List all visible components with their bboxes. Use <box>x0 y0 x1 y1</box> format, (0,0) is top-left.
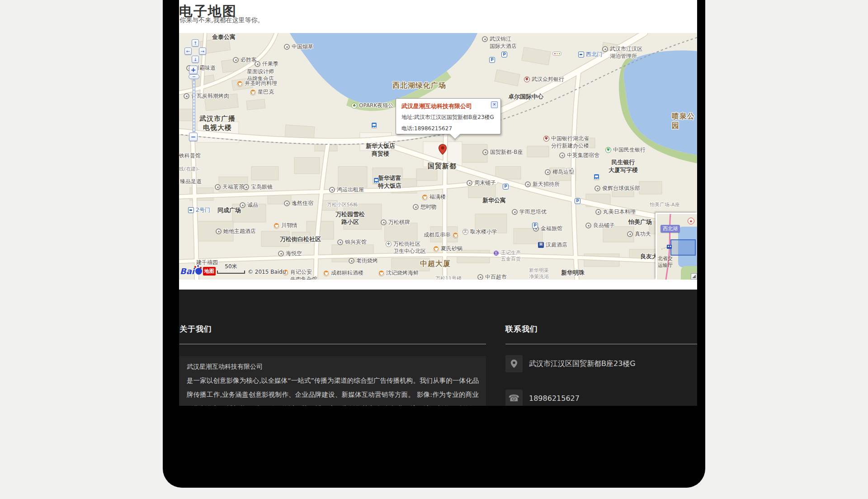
map-label: P <box>532 222 538 228</box>
parking-icon: P <box>501 52 507 57</box>
map-label: 新华公寓 <box>482 197 506 204</box>
map-label: 她他主题酒店 <box>216 228 256 235</box>
contact-phone: 18986215627 <box>529 394 580 403</box>
map-label: ¥中国银行湖北省 分行新建办公楼 <box>543 135 589 149</box>
school-icon: 文 <box>462 229 468 235</box>
dot-icon <box>216 228 222 234</box>
map-label: 宝岛眼镜 <box>243 184 273 191</box>
map-label: 新华明渠 净策洗浴 <box>529 267 549 280</box>
dot-icon <box>482 36 488 42</box>
baidu-logo-text: Bai <box>180 266 194 276</box>
dot-icon <box>602 46 608 52</box>
dot-icon <box>233 57 239 63</box>
dot-icon <box>512 209 518 215</box>
map-label: 国贸新都 <box>428 162 457 171</box>
map-label: ↓ ↑ <box>564 167 574 173</box>
map-label: 星巴克 <box>250 89 274 96</box>
baidu-map[interactable]: 金泰公寓中国烟草必胜客仟果季星面设计师 品牌集合店川霸味道井圣时尚料理星巴克青瓦… <box>179 33 697 280</box>
info-window-phone: 电话:18986215627 <box>401 125 495 133</box>
map-label: 老街烧烤 <box>349 257 378 265</box>
map-label: 中百超市 <box>477 274 507 280</box>
map-label: 成都耕耘酒楼 <box>323 270 363 277</box>
dot-icon <box>627 231 633 237</box>
scenic-spot-icon: ★ <box>688 218 694 224</box>
contact-title: 联系我们 <box>505 290 697 334</box>
page-wrapper: 电子地图 你来与不来,我都在这里等你。 <box>163 0 705 488</box>
zoom-slider-handle[interactable]: − <box>189 74 199 79</box>
dot-icon <box>284 200 290 206</box>
map-label: 逸然住宿 <box>284 200 313 207</box>
map-label: 仟果季 <box>255 61 278 68</box>
map-label: 万松11号楼 <box>435 276 462 280</box>
map-label: 臻品足道 <box>180 178 202 185</box>
food-icon <box>274 223 279 228</box>
map-label: 沈记烧烤海鲜 <box>378 270 419 277</box>
parking-icon: P <box>532 223 538 228</box>
dot-icon <box>381 219 387 225</box>
dot-icon <box>594 185 600 191</box>
about-body: 是一家以创意影像为核心,以全媒体“一站式”传播为渠道的综合型广告传播机构。我们从… <box>187 374 479 406</box>
pan-left-button[interactable]: ← <box>184 48 192 55</box>
map-label: 同成广场 <box>217 207 241 214</box>
pan-down-button[interactable]: ↓ <box>192 56 199 63</box>
map-label: 成都瓜串串 <box>424 232 458 239</box>
map-label: 武汉市江汉区 湖泊管理所 <box>602 46 642 60</box>
map-label <box>594 173 599 180</box>
map-label: P <box>503 183 509 190</box>
map-label: 中国烟草 <box>284 43 313 51</box>
map-label: 丸美日本料理 <box>595 209 636 216</box>
map-copyright: © 2015 Baidu <box>248 269 286 275</box>
minimap-collapse-button[interactable] <box>691 273 697 280</box>
map-label: 万松小区56栋 <box>327 202 358 208</box>
food-icon <box>453 232 458 238</box>
contact-section: 联系我们 武汉市江汉区国贸新都B座23楼G ☎ 18986215627 <box>505 290 697 406</box>
map-label: 学而思培优 <box>512 209 547 216</box>
map-label: 中超大厦 <box>420 259 451 269</box>
map-label: 万松园雪松 路小区 <box>335 211 365 226</box>
map-label: 必胜客 <box>233 57 257 64</box>
zoom-out-button[interactable]: − <box>189 133 198 141</box>
map-label: 井圣时尚料理 <box>237 80 277 87</box>
baidu-logo[interactable]: Bai 地图 <box>180 266 216 276</box>
map-label: 线(在建)- <box>179 166 200 172</box>
map-label: P <box>575 198 580 204</box>
close-icon[interactable]: ✕ <box>491 101 498 108</box>
info-window-title: 武汉星潮互动科技有限公司 <box>401 102 495 110</box>
map-label: 文取水楼小学 <box>462 228 497 236</box>
bank-icon: ¥ <box>524 76 530 82</box>
map-label: 真功夫 <box>627 231 651 238</box>
map-labels: 金泰公寓中国烟草必胜客仟果季星面设计师 品牌集合店川霸味道井圣时尚料理星巴克青瓦… <box>179 33 697 280</box>
map-label: 新华明珠 <box>561 269 585 277</box>
parking-icon: P <box>503 184 509 190</box>
map-label: 夏氏砂锅 <box>433 245 462 252</box>
minimap: 西北湖 ★ 北省交 运输厅 <box>656 213 697 280</box>
minimap-viewport[interactable] <box>670 239 696 256</box>
zoom-in-button[interactable]: + <box>189 66 198 74</box>
scale-text: 50米 <box>217 263 245 271</box>
map-scale-bar: 50米 <box>217 263 245 274</box>
dot-icon <box>525 181 531 187</box>
minimap-caption: 北省交 运输厅 <box>658 256 673 269</box>
map-label: 西北门 <box>578 51 602 58</box>
location-marker-icon[interactable] <box>438 144 447 155</box>
bank-icon: ¥ <box>543 136 549 142</box>
divider <box>505 344 697 344</box>
contact-phone-row: ☎ 18986215627 <box>505 390 697 406</box>
map-label: P <box>501 51 507 57</box>
map-label: 怡美广场 <box>628 219 652 226</box>
about-title: 关于我们 <box>179 290 486 334</box>
pan-right-button[interactable]: → <box>199 48 206 55</box>
contact-address: 武汉市江汉区国贸新都B座23楼G <box>529 359 636 369</box>
food-icon <box>378 270 384 276</box>
map-label: 万松街白松社区 <box>280 236 321 243</box>
map-label <box>371 122 377 128</box>
map-label: 诚品 <box>240 202 258 209</box>
hospital-icon: + <box>386 241 392 247</box>
map-nav-control: ↑ ← → ↓ + − − <box>183 36 210 144</box>
dot-icon <box>349 258 354 264</box>
pan-up-button[interactable]: ↑ <box>192 39 199 47</box>
map-label: ¥武汉众邦银行 <box>524 76 564 83</box>
zoom-slider-track[interactable] <box>193 80 195 132</box>
map-label: 天福茗茶 <box>215 184 244 191</box>
map-label: 福满楼 <box>422 194 446 201</box>
